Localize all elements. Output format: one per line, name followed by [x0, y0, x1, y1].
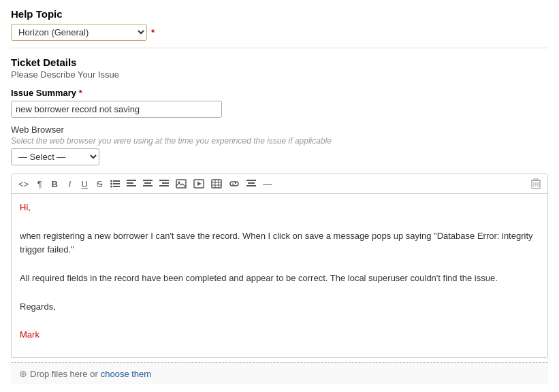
svg-marker-21 — [197, 182, 202, 186]
hr-btn[interactable]: — — [260, 178, 274, 190]
issue-summary-required: * — [79, 88, 82, 98]
help-topic-label: Help Topic — [11, 8, 548, 20]
trash-btn[interactable] — [528, 177, 543, 191]
issue-summary-input[interactable] — [11, 101, 222, 118]
svg-rect-22 — [212, 180, 221, 188]
editor-line-1: Hi, — [20, 201, 539, 215]
editor-toolbar: <> ¶ B I U S — [12, 174, 547, 194]
choose-files-link[interactable]: choose them — [101, 369, 151, 379]
svg-rect-18 — [176, 180, 186, 188]
svg-rect-29 — [246, 185, 256, 186]
media-btn[interactable] — [191, 178, 207, 190]
editor-line-9: Mark — [20, 328, 539, 342]
underline-btn[interactable]: U — [78, 178, 91, 190]
help-topic-section: Help Topic Horizon (General) Other * — [11, 8, 548, 41]
svg-rect-8 — [127, 185, 136, 186]
strikethrough-btn[interactable]: S — [93, 178, 106, 190]
editor-line-7: Regards, — [20, 300, 539, 314]
svg-rect-11 — [144, 182, 151, 184]
svg-point-2 — [110, 183, 112, 185]
editor-body[interactable]: Hi, when registering a new borrower I ca… — [12, 194, 547, 357]
svg-rect-10 — [143, 180, 153, 181]
align-left-btn[interactable] — [124, 178, 139, 189]
paragraph-btn[interactable]: ¶ — [33, 178, 46, 190]
svg-rect-15 — [162, 182, 169, 184]
svg-rect-16 — [159, 185, 169, 186]
ticket-details-title: Ticket Details — [11, 56, 548, 68]
editor-line-6 — [20, 286, 539, 300]
editor-line-2 — [20, 215, 539, 229]
svg-rect-5 — [113, 186, 120, 187]
svg-point-0 — [110, 180, 112, 182]
svg-rect-7 — [127, 182, 133, 184]
svg-rect-27 — [246, 180, 256, 181]
svg-rect-3 — [113, 183, 120, 184]
web-browser-hint: Select the web browser you were using at… — [11, 136, 548, 146]
align-center-btn[interactable] — [140, 178, 155, 189]
italic-btn[interactable]: I — [63, 178, 76, 190]
issue-summary-field: Issue Summary * — [11, 88, 548, 118]
plus-icon: ⊕ — [19, 368, 27, 379]
svg-rect-32 — [534, 178, 538, 180]
issue-summary-label: Issue Summary * — [11, 88, 548, 98]
editor-line-4 — [20, 257, 539, 272]
format-btn[interactable] — [244, 178, 259, 189]
svg-rect-6 — [127, 180, 136, 181]
help-topic-select[interactable]: Horizon (General) Other — [11, 24, 147, 41]
drop-zone: ⊕ Drop files here or choose them — [11, 362, 548, 385]
editor-line-3: when registering a new borrower I can't … — [20, 229, 539, 258]
editor-line-5: All required fields in the record have b… — [20, 272, 539, 286]
help-topic-required: * — [151, 27, 155, 37]
rich-text-editor: <> ¶ B I U S — [11, 174, 548, 358]
svg-rect-28 — [248, 182, 255, 184]
svg-point-4 — [110, 186, 112, 188]
align-right-btn[interactable] — [157, 178, 172, 189]
svg-rect-1 — [113, 180, 120, 182]
image-btn[interactable] — [173, 178, 189, 190]
ticket-details-subtitle: Please Describe Your Issue — [11, 69, 548, 80]
ticket-details-section: Ticket Details Please Describe Your Issu… — [11, 56, 548, 165]
svg-rect-14 — [159, 180, 169, 181]
web-browser-field: Web Browser Select the web browser you w… — [11, 125, 548, 165]
bullet-list-btn[interactable] — [108, 178, 123, 189]
table-btn[interactable] — [208, 178, 225, 190]
drop-zone-text: Drop files here or — [30, 369, 98, 379]
web-browser-label: Web Browser — [11, 125, 548, 135]
bold-btn[interactable]: B — [48, 178, 61, 190]
help-topic-row: Horizon (General) Other * — [11, 24, 548, 41]
editor-line-8 — [20, 314, 539, 328]
source-btn[interactable]: <> — [16, 178, 31, 190]
browser-select[interactable]: — Select — Chrome Firefox Safari Edge In… — [11, 148, 99, 165]
section-divider — [11, 48, 548, 48]
link-btn[interactable] — [226, 179, 242, 189]
svg-rect-12 — [143, 185, 153, 186]
